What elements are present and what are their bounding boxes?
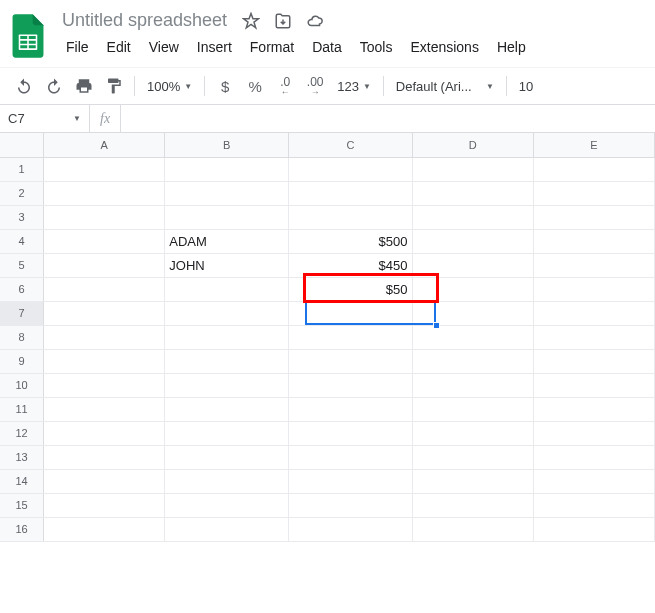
cell[interactable] <box>44 517 165 541</box>
menu-tools[interactable]: Tools <box>352 35 401 59</box>
spreadsheet-grid[interactable]: A B C D E 1 2 3 4ADAM$500 5JOHN$450 6$50… <box>0 133 655 542</box>
cell[interactable] <box>44 253 165 277</box>
col-header-B[interactable]: B <box>165 133 289 157</box>
cell[interactable] <box>165 373 289 397</box>
cell[interactable] <box>44 301 165 325</box>
cell[interactable] <box>289 421 412 445</box>
font-size-input[interactable]: 10 <box>513 72 539 100</box>
cell[interactable] <box>412 373 533 397</box>
cell[interactable] <box>412 421 533 445</box>
cell[interactable] <box>44 181 165 205</box>
cell[interactable] <box>289 397 412 421</box>
cell[interactable] <box>44 397 165 421</box>
cell[interactable] <box>165 181 289 205</box>
row-header[interactable]: 5 <box>0 253 44 277</box>
print-button[interactable] <box>70 72 98 100</box>
cell[interactable] <box>412 277 533 301</box>
cell[interactable] <box>533 445 654 469</box>
select-all-corner[interactable] <box>0 133 44 157</box>
cell[interactable] <box>533 325 654 349</box>
row-header[interactable]: 13 <box>0 445 44 469</box>
cell[interactable] <box>533 229 654 253</box>
cloud-icon[interactable] <box>305 11 325 31</box>
cell[interactable] <box>533 277 654 301</box>
row-header[interactable]: 1 <box>0 157 44 181</box>
star-icon[interactable] <box>241 11 261 31</box>
row-header[interactable]: 16 <box>0 517 44 541</box>
zoom-dropdown[interactable]: 100%▼ <box>141 72 198 100</box>
cell[interactable]: $50 <box>289 277 412 301</box>
cell[interactable] <box>165 301 289 325</box>
currency-button[interactable]: $ <box>211 72 239 100</box>
cell[interactable] <box>412 469 533 493</box>
col-header-D[interactable]: D <box>412 133 533 157</box>
cell[interactable] <box>533 205 654 229</box>
cell[interactable] <box>289 325 412 349</box>
cell[interactable] <box>165 421 289 445</box>
cell[interactable] <box>289 517 412 541</box>
row-header[interactable]: 4 <box>0 229 44 253</box>
cell[interactable] <box>289 157 412 181</box>
cell[interactable]: ADAM <box>165 229 289 253</box>
cell[interactable] <box>412 397 533 421</box>
menu-file[interactable]: File <box>58 35 97 59</box>
cell[interactable] <box>289 349 412 373</box>
cell[interactable] <box>412 253 533 277</box>
row-header[interactable]: 3 <box>0 205 44 229</box>
cell[interactable] <box>44 349 165 373</box>
col-header-A[interactable]: A <box>44 133 165 157</box>
cell[interactable] <box>44 445 165 469</box>
increase-decimal-button[interactable]: .00→ <box>301 72 329 100</box>
cell[interactable] <box>44 421 165 445</box>
cell[interactable] <box>533 373 654 397</box>
cell[interactable] <box>289 181 412 205</box>
cell[interactable] <box>533 349 654 373</box>
cell[interactable] <box>289 493 412 517</box>
col-header-C[interactable]: C <box>289 133 412 157</box>
cell[interactable] <box>412 205 533 229</box>
row-header[interactable]: 9 <box>0 349 44 373</box>
cell-active[interactable] <box>289 301 412 325</box>
cell[interactable] <box>44 493 165 517</box>
row-header[interactable]: 6 <box>0 277 44 301</box>
row-header[interactable]: 7 <box>0 301 44 325</box>
cell[interactable] <box>165 205 289 229</box>
cell[interactable] <box>412 493 533 517</box>
cell[interactable] <box>533 517 654 541</box>
cell[interactable] <box>412 445 533 469</box>
paint-format-button[interactable] <box>100 72 128 100</box>
cell[interactable] <box>44 277 165 301</box>
menu-data[interactable]: Data <box>304 35 350 59</box>
cell[interactable] <box>412 349 533 373</box>
cell[interactable]: $500 <box>289 229 412 253</box>
menu-insert[interactable]: Insert <box>189 35 240 59</box>
menu-format[interactable]: Format <box>242 35 302 59</box>
cell[interactable] <box>165 157 289 181</box>
cell[interactable] <box>289 205 412 229</box>
cell[interactable] <box>533 181 654 205</box>
cell[interactable] <box>533 397 654 421</box>
name-box[interactable]: C7▼ <box>0 105 90 132</box>
cell[interactable] <box>412 301 533 325</box>
fill-handle[interactable] <box>433 322 440 329</box>
doc-title[interactable]: Untitled spreadsheet <box>58 8 231 33</box>
menu-view[interactable]: View <box>141 35 187 59</box>
cell[interactable] <box>533 421 654 445</box>
cell[interactable] <box>165 493 289 517</box>
row-header[interactable]: 8 <box>0 325 44 349</box>
row-header[interactable]: 12 <box>0 421 44 445</box>
row-header[interactable]: 14 <box>0 469 44 493</box>
decrease-decimal-button[interactable]: .0← <box>271 72 299 100</box>
cell[interactable] <box>165 277 289 301</box>
undo-button[interactable] <box>10 72 38 100</box>
cell[interactable] <box>44 325 165 349</box>
cell[interactable] <box>165 445 289 469</box>
cell[interactable]: $450 <box>289 253 412 277</box>
cell[interactable] <box>533 157 654 181</box>
redo-button[interactable] <box>40 72 68 100</box>
cell[interactable] <box>44 373 165 397</box>
percent-button[interactable]: % <box>241 72 269 100</box>
cell[interactable] <box>289 469 412 493</box>
cell[interactable] <box>289 445 412 469</box>
cell[interactable] <box>289 373 412 397</box>
